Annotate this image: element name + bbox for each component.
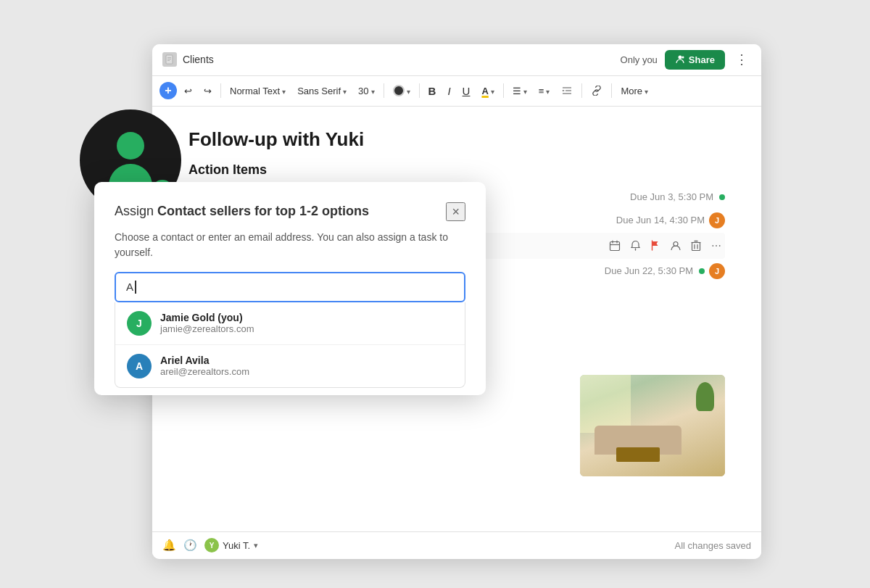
doc-toolbar: + ↩ ↪ Normal Text Sans Serif 30 B xyxy=(152,76,761,107)
notification-dot xyxy=(699,268,705,274)
bullet-icon: ☰ xyxy=(513,86,521,96)
contact-list: J Jamie Gold (you) jamie@zerealtors.com … xyxy=(115,302,465,388)
svg-point-4 xyxy=(678,56,682,59)
task-assignee-avatar: J xyxy=(709,212,725,228)
color-chevron xyxy=(407,86,410,96)
toolbar-separator-2 xyxy=(384,83,384,98)
delete-icon[interactable] xyxy=(687,237,705,254)
contact-avatar: J xyxy=(127,311,152,336)
modal-close-button[interactable]: × xyxy=(446,202,465,221)
contact-info: Ariel Avila areil@zerealtors.com xyxy=(160,355,453,377)
visibility-label: Only you xyxy=(621,54,658,65)
indent-button[interactable] xyxy=(557,82,577,99)
toolbar-separator-4 xyxy=(503,83,504,98)
undo-button[interactable]: ↩ xyxy=(180,83,196,99)
link-button[interactable] xyxy=(587,83,607,99)
more-dropdown[interactable]: More xyxy=(616,83,652,99)
add-button[interactable]: + xyxy=(160,82,177,99)
doc-bottombar: 🔔 🕐 Y Yuki T. ▾ All changes saved xyxy=(152,531,761,559)
highlight-chevron xyxy=(491,86,494,96)
modal-title-bold: Contact sellers for top 1-2 options xyxy=(157,204,369,218)
search-input-display[interactable]: A xyxy=(126,281,454,294)
numbered-dropdown[interactable]: ≡ xyxy=(534,83,555,99)
size-dropdown[interactable]: 30 xyxy=(354,83,378,99)
font-chevron xyxy=(343,86,347,96)
doc-title-label: Clients xyxy=(183,54,214,65)
doc-heading: Follow-up with Yuki xyxy=(188,128,725,151)
topbar-left: Clients xyxy=(162,52,615,67)
user-name-label: Yuki T. xyxy=(223,540,250,551)
svg-rect-16 xyxy=(692,242,700,250)
italic-button[interactable]: I xyxy=(443,82,455,100)
doc-topbar: Clients Only you Share ⋮ xyxy=(152,44,761,76)
notification-bell-icon[interactable]: 🔔 xyxy=(162,539,176,552)
contact-name: Ariel Avila xyxy=(160,355,453,366)
room-image xyxy=(580,375,725,476)
modal-title: Assign Contact sellers for top 1-2 optio… xyxy=(115,202,369,220)
history-icon[interactable]: 🕐 xyxy=(183,539,197,552)
task-assignee-avatar: J xyxy=(709,263,725,279)
text-style-dropdown[interactable]: Normal Text xyxy=(225,83,290,99)
contact-item[interactable]: J Jamie Gold (you) jamie@zerealtors.com xyxy=(115,302,465,344)
task-more-icon[interactable]: ⋯ xyxy=(708,237,725,254)
contact-email: jamie@zerealtors.com xyxy=(160,323,453,334)
toolbar-separator-1 xyxy=(220,83,221,98)
color-picker[interactable] xyxy=(389,83,415,99)
bullet-chevron xyxy=(523,86,527,96)
toolbar-separator-5 xyxy=(581,83,582,98)
plant-decoration xyxy=(696,382,714,411)
highlight-dropdown[interactable]: A xyxy=(477,83,498,99)
avatar-person xyxy=(109,132,152,189)
numbered-icon: ≡ xyxy=(539,86,544,96)
flag-icon[interactable] xyxy=(647,237,664,254)
assign-person-icon[interactable] xyxy=(667,237,684,254)
toolbar-separator-3 xyxy=(419,83,420,98)
font-dropdown[interactable]: Sans Serif xyxy=(293,83,351,99)
numbered-chevron xyxy=(546,86,550,96)
text-style-chevron xyxy=(282,86,286,96)
share-button[interactable]: Share xyxy=(665,50,725,70)
contact-info: Jamie Gold (you) jamie@zerealtors.com xyxy=(160,312,453,334)
more-chevron xyxy=(645,86,648,96)
svg-point-5 xyxy=(682,57,684,59)
input-cursor xyxy=(135,281,136,294)
search-input-wrap: A xyxy=(115,272,465,302)
contact-item[interactable]: A Ariel Avila areil@zerealtors.com xyxy=(115,344,465,387)
bold-button[interactable]: B xyxy=(424,82,441,100)
svg-rect-9 xyxy=(610,241,620,250)
table-furniture xyxy=(616,447,660,462)
task-due: Due Jun 3, 5:30 PM xyxy=(630,191,713,202)
redo-button[interactable]: ↪ xyxy=(199,83,216,99)
color-circle xyxy=(393,85,405,96)
contact-name: Jamie Gold (you) xyxy=(160,312,453,323)
contact-avatar: A xyxy=(127,354,152,378)
window-light xyxy=(580,375,631,433)
assign-modal: Assign Contact sellers for top 1-2 optio… xyxy=(94,182,486,395)
user-chevron: ▾ xyxy=(254,541,258,550)
user-initial-avatar: Y xyxy=(204,538,219,552)
section-heading: Action Items xyxy=(188,162,725,178)
task-due: Due Jun 22, 5:30 PM xyxy=(605,265,693,276)
avatar-head xyxy=(117,132,144,160)
bell-icon[interactable] xyxy=(626,237,644,254)
size-chevron xyxy=(371,86,375,96)
toolbar-separator-6 xyxy=(611,83,612,98)
underline-button[interactable]: U xyxy=(458,82,475,100)
bullet-dropdown[interactable]: ☰ xyxy=(508,83,531,99)
contact-email: areil@zerealtors.com xyxy=(160,366,453,377)
topbar-right: Only you Share ⋮ xyxy=(621,50,751,70)
task-action-bar: ⋯ xyxy=(606,237,725,254)
modal-header: Assign Contact sellers for top 1-2 optio… xyxy=(115,202,465,221)
task-due: Due Jun 14, 4:30 PM xyxy=(616,215,705,225)
more-menu-icon[interactable]: ⋮ xyxy=(732,50,751,69)
modal-subtitle: Choose a contact or enter an email addre… xyxy=(115,230,465,260)
current-user[interactable]: Y Yuki T. ▾ xyxy=(204,538,258,552)
save-status: All changes saved xyxy=(674,540,751,551)
svg-rect-0 xyxy=(166,55,173,64)
doc-file-icon xyxy=(162,52,177,67)
notification-dot xyxy=(719,194,725,200)
calendar-icon[interactable] xyxy=(606,237,624,254)
